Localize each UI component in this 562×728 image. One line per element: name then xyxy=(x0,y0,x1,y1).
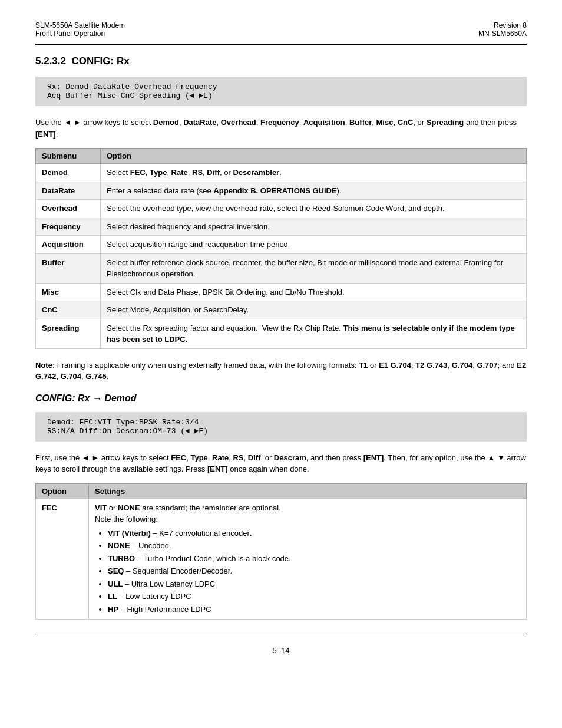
list-item: SEQ – Sequential Encoder/Decoder. xyxy=(108,565,520,577)
option-col-header2: Option xyxy=(36,483,89,499)
page: SLM-5650A Satellite Modem Front Panel Op… xyxy=(0,0,562,728)
option-cell: Enter a selected data rate (see Appendix… xyxy=(101,182,527,200)
list-item: VIT (Viterbi) – K=7 convolutional encode… xyxy=(108,528,520,539)
table-row: Demod Select FEC, Type, Rate, RS, Diff, … xyxy=(36,164,527,182)
submenu-cell: Acquisition xyxy=(36,236,101,254)
option-cell: Select buffer reference clock source, re… xyxy=(101,253,527,283)
submenu-col-header: Submenu xyxy=(36,149,101,164)
list-item: HP – High Performance LDPC xyxy=(108,604,520,615)
fec-list: VIT (Viterbi) – K=7 convolutional encode… xyxy=(95,528,520,615)
header-right: Revision 8 MN-SLM5650A xyxy=(478,21,527,38)
section-title: 5.2.3.2 CONFIG: Rx xyxy=(35,55,527,67)
code-line-2: Acq Buffer Misc CnC Spreading (◄ ►E) xyxy=(47,91,515,100)
subsection-title: CONFIG: Rx → Demod xyxy=(35,393,527,404)
header-revision: Revision 8 xyxy=(478,21,527,29)
submenu-cell: Frequency xyxy=(36,218,101,236)
submenu-cell: Buffer xyxy=(36,253,101,283)
list-item: ULL – Ultra Low Latency LDPC xyxy=(108,578,520,590)
option-cell: Select Mode, Acquisition, or SearchDelay… xyxy=(101,301,527,319)
table-row: Acquisition Select acquisition range and… xyxy=(36,236,527,254)
page-header: SLM-5650A Satellite Modem Front Panel Op… xyxy=(35,21,527,38)
top-divider xyxy=(35,44,527,45)
table-row: Frequency Select desired frequency and s… xyxy=(36,218,527,236)
table-row: DataRate Enter a selected data rate (see… xyxy=(36,182,527,200)
body-text-1: Use the ◄ ► arrow keys to select Demod, … xyxy=(35,117,527,140)
table-row: CnC Select Mode, Acquisition, or SearchD… xyxy=(36,301,527,319)
code-block-1: Rx: Demod DataRate Overhead Frequency Ac… xyxy=(35,77,527,106)
code-line-3: Demod: FEC:VIT Type:BPSK Rate:3/4 xyxy=(47,418,515,427)
code-block-2: Demod: FEC:VIT Type:BPSK Rate:3/4 RS:N/A… xyxy=(35,412,527,442)
header-section: Front Panel Operation xyxy=(35,29,125,38)
list-item: NONE – Uncoded. xyxy=(108,540,520,552)
table-row: FEC VIT or NONE are standard; the remain… xyxy=(36,499,527,620)
option-cell: Select FEC, Type, Rate, RS, Diff, or Des… xyxy=(101,164,527,182)
option-cell-fec: FEC xyxy=(36,499,89,620)
option-cell: Select desired frequency and spectral in… xyxy=(101,218,527,236)
code-line-1: Rx: Demod DataRate Overhead Frequency xyxy=(47,83,515,91)
option-cell: Select Clk and Data Phase, BPSK Bit Orde… xyxy=(101,283,527,301)
submenu-cell: Overhead xyxy=(36,200,101,218)
options-table: Option Settings FEC VIT or NONE are stan… xyxy=(35,483,527,620)
table-row: Overhead Select the overhead type, view … xyxy=(36,200,527,218)
list-item: LL – Low Latency LDPC xyxy=(108,591,520,602)
submenu-cell: Demod xyxy=(36,164,101,182)
header-model: MN-SLM5650A xyxy=(478,29,527,38)
body-text-2: First, use the ◄ ► arrow keys to select … xyxy=(35,452,527,475)
list-item: TURBO – Turbo Product Code, which is a b… xyxy=(108,553,520,565)
submenu-cell: CnC xyxy=(36,301,101,319)
note-text: Note: Framing is applicable only when us… xyxy=(35,360,527,383)
submenu-cell: Spreading xyxy=(36,319,101,348)
table-row: Spreading Select the Rx spreading factor… xyxy=(36,319,527,348)
header-left: SLM-5650A Satellite Modem Front Panel Op… xyxy=(35,21,125,38)
code-line-4: RS:N/A Diff:On Descram:OM-73 (◄ ►E) xyxy=(47,427,515,436)
option-cell: Select acquisition range and reacquisiti… xyxy=(101,236,527,254)
submenu-cell: DataRate xyxy=(36,182,101,200)
settings-col-header: Settings xyxy=(89,483,527,499)
table-row: Buffer Select buffer reference clock sou… xyxy=(36,253,527,283)
settings-cell-fec: VIT or NONE are standard; the remainder … xyxy=(89,499,527,620)
submenu-table: Submenu Option Demod Select FEC, Type, R… xyxy=(35,148,527,349)
bottom-divider xyxy=(35,634,527,634)
option-cell: Select the overhead type, view the overh… xyxy=(101,200,527,218)
page-number: 5–14 xyxy=(35,646,527,655)
option-col-header: Option xyxy=(101,149,527,164)
submenu-cell: Misc xyxy=(36,283,101,301)
option-cell: Select the Rx spreading factor and equat… xyxy=(101,319,527,348)
header-product: SLM-5650A Satellite Modem xyxy=(35,21,125,29)
table-row: Misc Select Clk and Data Phase, BPSK Bit… xyxy=(36,283,527,301)
